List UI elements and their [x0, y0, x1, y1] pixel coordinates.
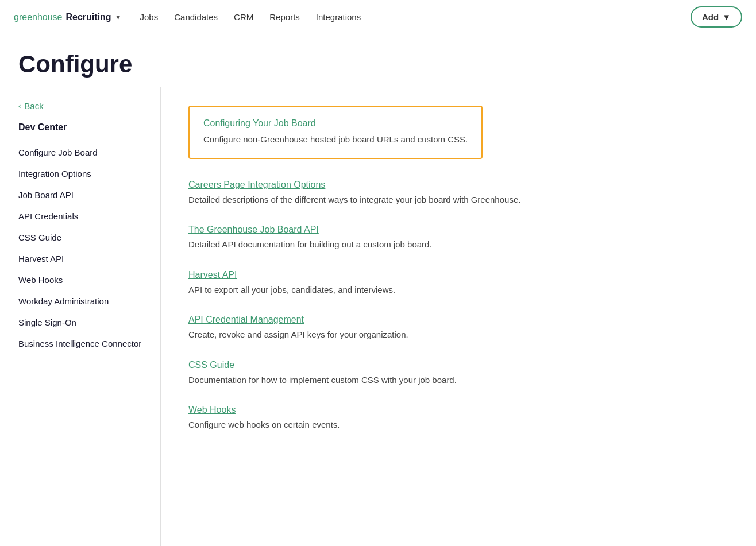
sidebar-item-bi-connector[interactable]: Business Intelligence Connector — [18, 333, 160, 354]
add-button[interactable]: Add ▼ — [691, 6, 742, 28]
sidebar: ‹ Back Dev Center Configure Job Board In… — [0, 87, 161, 546]
sidebar-nav: Configure Job Board Integration Options … — [18, 142, 160, 354]
content-item-4-desc: Documentation for how to implement custo… — [188, 374, 728, 387]
sidebar-item-configure-job-board[interactable]: Configure Job Board — [18, 142, 160, 163]
page-title: Configure — [18, 51, 738, 78]
content-item-3-link[interactable]: API Credential Management — [188, 315, 728, 325]
content-item-4: CSS Guide Documentation for how to imple… — [188, 360, 728, 387]
featured-card-link[interactable]: Configuring Your Job Board — [203, 118, 468, 129]
sidebar-item-css-guide[interactable]: CSS Guide — [18, 227, 160, 248]
nav-link-jobs[interactable]: Jobs — [140, 12, 159, 22]
back-chevron-icon: ‹ — [18, 102, 21, 110]
back-link[interactable]: ‹ Back — [18, 101, 160, 111]
content-item-3-desc: Create, revoke and assign API keys for y… — [188, 328, 728, 342]
content-area: Configuring Your Job Board Configure non… — [161, 87, 756, 546]
content-item-1-desc: Detailed API documentation for building … — [188, 238, 728, 251]
add-button-label: Add — [702, 12, 719, 22]
featured-card-description: Configure non-Greenhouse hosted job boar… — [203, 133, 468, 146]
nav-links: Jobs Candidates CRM Reports Integrations — [140, 12, 672, 22]
content-item-1-link[interactable]: The Greenhouse Job Board API — [188, 224, 728, 235]
nav-link-reports[interactable]: Reports — [269, 12, 300, 22]
page-header: Configure — [0, 34, 756, 87]
content-item-1: The Greenhouse Job Board API Detailed AP… — [188, 224, 728, 251]
content-item-2-link[interactable]: Harvest API — [188, 270, 728, 280]
top-navigation: greenhouse Recruiting ▼ Jobs Candidates … — [0, 0, 756, 34]
add-chevron-icon: ▼ — [722, 12, 731, 22]
sidebar-item-job-board-api[interactable]: Job Board API — [18, 184, 160, 206]
sidebar-item-api-credentials[interactable]: API Credentials — [18, 206, 160, 227]
nav-link-candidates[interactable]: Candidates — [174, 12, 218, 22]
content-item-2-desc: API to export all your jobs, candidates,… — [188, 284, 728, 297]
back-link-label: Back — [24, 101, 43, 111]
content-item-2: Harvest API API to export all your jobs,… — [188, 270, 728, 297]
content-item-3: API Credential Management Create, revoke… — [188, 315, 728, 342]
sidebar-item-integration-options[interactable]: Integration Options — [18, 163, 160, 184]
logo-chevron-icon: ▼ — [115, 13, 122, 21]
content-item-5-link[interactable]: Web Hooks — [188, 405, 728, 415]
logo[interactable]: greenhouse Recruiting ▼ — [14, 12, 122, 22]
nav-link-crm[interactable]: CRM — [234, 12, 253, 22]
logo-text-green: greenhouse — [14, 12, 63, 22]
content-item-5: Web Hooks Configure web hooks on certain… — [188, 405, 728, 432]
content-item-0-desc: Detailed descriptions of the different w… — [188, 193, 728, 207]
content-item-5-desc: Configure web hooks on certain events. — [188, 419, 728, 432]
main-layout: ‹ Back Dev Center Configure Job Board In… — [0, 87, 756, 546]
content-item-0: Careers Page Integration Options Detaile… — [188, 180, 728, 207]
content-item-0-link[interactable]: Careers Page Integration Options — [188, 180, 728, 190]
sidebar-item-web-hooks[interactable]: Web Hooks — [18, 269, 160, 291]
sidebar-item-single-sign-on[interactable]: Single Sign-On — [18, 312, 160, 333]
sidebar-item-harvest-api[interactable]: Harvest API — [18, 248, 160, 269]
sidebar-item-workday-admin[interactable]: Workday Administration — [18, 291, 160, 312]
sidebar-section-title: Dev Center — [18, 122, 160, 133]
content-item-4-link[interactable]: CSS Guide — [188, 360, 728, 370]
logo-text-dark: Recruiting — [66, 12, 111, 22]
nav-link-integrations[interactable]: Integrations — [316, 12, 361, 22]
featured-card: Configuring Your Job Board Configure non… — [188, 106, 483, 159]
